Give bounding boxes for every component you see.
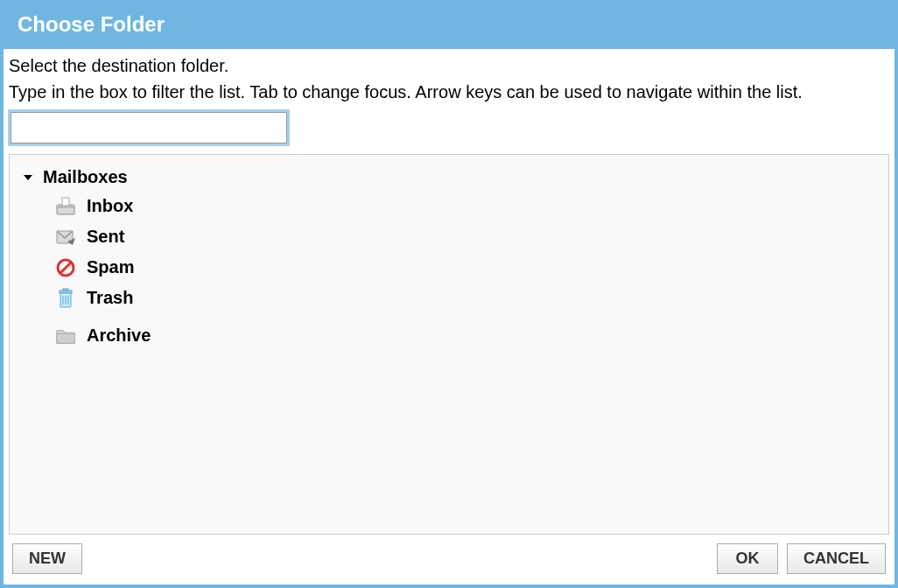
svg-line-6 <box>60 262 71 273</box>
dialog-title: Choose Folder <box>4 4 894 49</box>
tree-node-row[interactable]: Trash <box>50 284 881 312</box>
instruction-line: Select the destination folder. <box>9 52 889 79</box>
trash-icon <box>55 289 76 308</box>
tree-node-row[interactable]: Inbox <box>50 192 881 220</box>
footer-right: OK CANCEL <box>717 543 886 574</box>
tree-root-label: Mailboxes <box>43 167 128 187</box>
chevron-down-icon[interactable] <box>22 172 34 184</box>
folder-icon <box>55 326 76 346</box>
inbox-icon <box>55 197 76 216</box>
dialog-footer: NEW OK CANCEL <box>4 535 894 584</box>
svg-rect-13 <box>57 333 74 343</box>
tree-item-archive[interactable]: Archive <box>50 320 881 351</box>
dialog-body: Select the destination folder. Type in t… <box>4 49 894 535</box>
tree-item-spam[interactable]: Spam <box>50 252 881 283</box>
tree-node-row[interactable]: Mailboxes <box>17 164 881 191</box>
tree-item-trash[interactable]: Trash <box>50 283 881 313</box>
tree-node-row[interactable]: Spam <box>50 254 881 281</box>
instruction-line: Type in the box to filter the list. Tab … <box>9 79 889 105</box>
tree-node-row[interactable]: Archive <box>50 322 881 349</box>
tree-item-label: Inbox <box>87 196 133 216</box>
tree-node-row[interactable]: Sent <box>50 223 881 250</box>
tree-item-label: Trash <box>87 288 133 308</box>
instructions: Select the destination folder. Type in t… <box>9 52 889 108</box>
tree-item-inbox[interactable]: Inbox <box>50 191 881 221</box>
spacer <box>50 313 881 320</box>
tree-item-sent[interactable]: Sent <box>50 221 881 252</box>
svg-rect-8 <box>63 289 68 290</box>
filter-input[interactable] <box>11 112 287 144</box>
tree-root-node[interactable]: Mailboxes <box>17 162 881 353</box>
folder-tree[interactable]: Mailboxes <box>9 154 889 535</box>
choose-folder-dialog: Choose Folder Select the destination fol… <box>0 0 898 588</box>
tree-item-label: Spam <box>87 257 134 277</box>
cancel-button[interactable]: CANCEL <box>787 543 886 574</box>
spam-icon <box>55 258 76 277</box>
svg-rect-3 <box>62 198 69 206</box>
sent-icon <box>55 228 76 247</box>
tree-item-label: Sent <box>87 227 124 247</box>
svg-marker-0 <box>24 175 32 180</box>
new-button[interactable]: NEW <box>12 543 82 574</box>
ok-button[interactable]: OK <box>717 543 778 574</box>
tree-item-label: Archive <box>87 326 151 346</box>
